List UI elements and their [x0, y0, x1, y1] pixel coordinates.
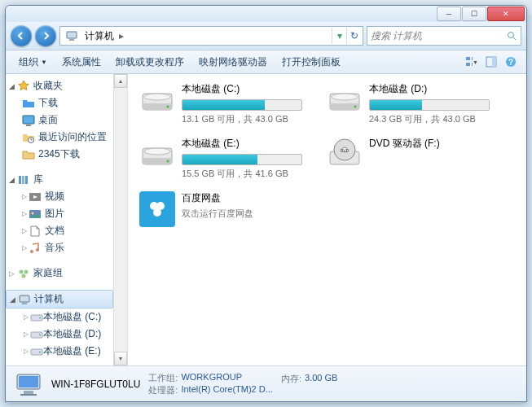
svg-rect-1	[69, 39, 74, 41]
sidebar-item-2345[interactable]: 2345下载	[6, 146, 113, 163]
desktop-icon	[22, 114, 35, 127]
view-mode-button[interactable]: ▼	[463, 53, 481, 71]
system-properties-button[interactable]: 系统属性	[55, 53, 108, 72]
preview-pane-button[interactable]	[482, 53, 500, 71]
chevron-right-icon[interactable]: ▸	[117, 30, 125, 42]
drive-c[interactable]: 本地磁盘 (C:) 13.1 GB 可用，共 43.0 GB	[139, 82, 302, 125]
explorer-window: ─ ☐ ✕ 计算机 ▸ ▾ ↻ 搜索 计算机 组织▼ 系统属性 卸载或更改程序	[5, 5, 527, 402]
drive-label: 本地磁盘 (D:)	[369, 82, 490, 96]
svg-rect-56	[20, 394, 37, 396]
tiles-icon	[465, 55, 473, 68]
minimize-button[interactable]: ─	[437, 7, 461, 21]
status-bar: WIN-1F8FGLUT0LU 工作组:WORKGROUP 处理器:Intel(…	[6, 365, 526, 401]
folder-icon	[22, 97, 35, 110]
library-icon	[17, 173, 30, 186]
sidebar-item-video[interactable]: ▷视频	[6, 188, 113, 205]
capacity-bar	[182, 99, 302, 111]
svg-text:?: ?	[508, 58, 513, 67]
sidebar-item-drive-e[interactable]: ▷本地磁盘 (E:)	[6, 343, 113, 360]
drive-dvd[interactable]: DVD DVD 驱动器 (F:)	[327, 137, 490, 180]
sidebar-item-desktop[interactable]: 桌面	[6, 112, 113, 129]
svg-rect-26	[20, 295, 29, 302]
capacity-text: 24.3 GB 可用，共 43.0 GB	[369, 113, 490, 125]
sidebar-libraries[interactable]: ◢库	[6, 171, 113, 188]
sidebar-item-downloads[interactable]: 下载	[6, 94, 113, 112]
nav-row: 计算机 ▸ ▾ ↻ 搜索 计算机	[6, 22, 526, 50]
computer-name: WIN-1F8FGLUT0LU	[51, 379, 140, 390]
dvd-icon: DVD	[327, 137, 363, 173]
drive-d[interactable]: 本地磁盘 (D:) 24.3 GB 可用，共 43.0 GB	[327, 82, 490, 125]
address-bar[interactable]: 计算机 ▸ ▾ ↻	[59, 26, 363, 46]
svg-point-23	[20, 269, 24, 274]
folder-icon	[22, 148, 35, 161]
star-icon	[17, 80, 30, 93]
sidebar-item-drive-c[interactable]: ▷本地磁盘 (C:)	[6, 309, 113, 326]
workgroup-value: WORKGROUP	[181, 372, 242, 384]
recent-icon	[22, 131, 35, 144]
svg-rect-55	[24, 391, 33, 394]
search-placeholder: 搜索 计算机	[371, 29, 422, 43]
sidebar-item-drive-d[interactable]: ▷本地磁盘 (D:)	[6, 326, 113, 343]
capacity-text: 13.1 GB 可用，共 43.0 GB	[182, 113, 302, 125]
memory-label: 内存:	[281, 373, 301, 385]
close-button[interactable]: ✕	[487, 7, 525, 21]
refresh-button[interactable]: ↻	[346, 28, 361, 44]
computer-large-icon	[14, 370, 43, 399]
drive-icon	[30, 345, 43, 358]
sidebar-item-music[interactable]: ▷音乐	[6, 239, 113, 256]
sidebar-computer[interactable]: ◢计算机	[6, 290, 113, 309]
baidu-netdisk[interactable]: 百度网盘 双击运行百度网盘	[139, 191, 302, 227]
svg-text:DVD: DVD	[341, 148, 350, 153]
body: ▴▾ ◢收藏夹 下载 桌面 最近访问的位置 2345下载 ◢库 ▷视频 ▷图片 …	[6, 74, 526, 365]
svg-point-40	[354, 106, 357, 108]
help-icon: ?	[505, 56, 517, 68]
drive-label: 本地磁盘 (C:)	[182, 82, 302, 96]
hdd-icon	[139, 82, 175, 118]
svg-rect-6	[466, 63, 470, 66]
svg-rect-16	[22, 176, 24, 184]
drive-e[interactable]: 本地磁盘 (E:) 15.5 GB 可用，共 41.6 GB	[139, 137, 302, 180]
svg-rect-0	[67, 32, 77, 38]
search-icon	[507, 31, 517, 42]
document-icon	[29, 225, 42, 238]
picture-icon	[29, 208, 42, 221]
control-panel-button[interactable]: 打开控制面板	[275, 53, 347, 72]
drive-label: 本地磁盘 (E:)	[182, 137, 302, 151]
sidebar-item-documents[interactable]: ▷文档	[6, 222, 113, 239]
toolbar: 组织▼ 系统属性 卸载或更改程序 映射网络驱动器 打开控制面板 ▼ ?	[6, 50, 526, 74]
drive-icon	[30, 328, 43, 341]
svg-rect-12	[23, 116, 34, 124]
map-drive-button[interactable]: 映射网络驱动器	[192, 53, 274, 72]
svg-point-45	[144, 148, 170, 155]
sidebar: ▴▾ ◢收藏夹 下载 桌面 最近访问的位置 2345下载 ◢库 ▷视频 ▷图片 …	[6, 74, 128, 365]
sidebar-item-pictures[interactable]: ▷图片	[6, 205, 113, 222]
address-segment[interactable]: 计算机	[81, 29, 117, 43]
sidebar-item-recent[interactable]: 最近访问的位置	[6, 129, 113, 146]
svg-point-41	[332, 94, 358, 100]
sidebar-homegroup[interactable]: ▷家庭组	[6, 265, 113, 282]
forward-button[interactable]	[35, 25, 56, 46]
memory-value: 3.00 GB	[305, 373, 337, 385]
capacity-bar	[369, 99, 490, 111]
help-button[interactable]: ?	[502, 53, 520, 71]
maximize-button[interactable]: ☐	[462, 7, 486, 21]
svg-point-21	[30, 250, 33, 253]
search-box[interactable]: 搜索 计算机	[367, 26, 521, 46]
svg-line-3	[513, 37, 516, 40]
svg-point-20	[32, 212, 34, 214]
svg-point-44	[167, 160, 169, 163]
hdd-icon	[327, 82, 363, 118]
app-subtitle: 双击运行百度网盘	[182, 208, 253, 220]
address-dropdown[interactable]: ▾	[332, 28, 346, 44]
sidebar-favorites[interactable]: ◢收藏夹	[6, 77, 113, 94]
workgroup-label: 工作组:	[148, 372, 178, 384]
capacity-text: 15.5 GB 可用，共 41.6 GB	[182, 168, 302, 180]
svg-rect-13	[26, 125, 31, 126]
organize-button[interactable]: 组织▼	[12, 53, 54, 72]
svg-point-22	[36, 248, 39, 252]
back-button[interactable]	[11, 25, 32, 46]
sidebar-scrollbar[interactable]: ▴▾	[113, 74, 127, 365]
arrow-right-icon	[41, 31, 51, 41]
content-pane[interactable]: 本地磁盘 (C:) 13.1 GB 可用，共 43.0 GB 本地磁盘 (D:)…	[128, 74, 526, 365]
uninstall-button[interactable]: 卸载或更改程序	[109, 53, 191, 72]
